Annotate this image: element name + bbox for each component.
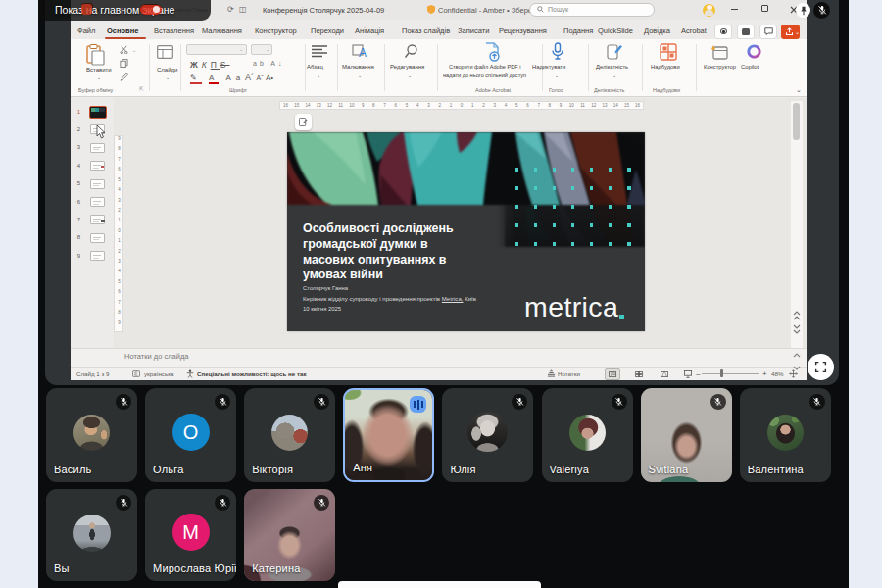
svg-text:A: A bbox=[359, 46, 367, 59]
